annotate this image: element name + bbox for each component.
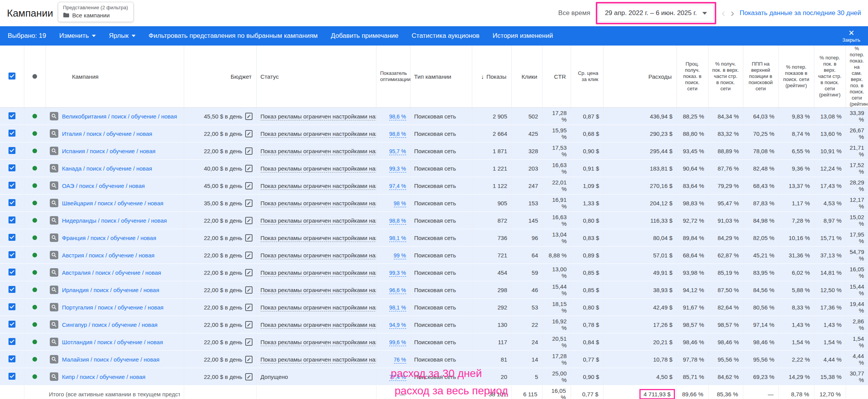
optimization-score-link[interactable]: 98 % [394, 200, 406, 207]
row-checkbox[interactable] [8, 234, 15, 241]
col-header-top-impr-share[interactable]: % получ. пок. в верх. части стр. в поиск… [708, 46, 743, 108]
optimization-score-link[interactable]: 95,7 % [389, 148, 406, 155]
campaign-name-link[interactable]: Сингапур / поиск / обучение / новая [62, 321, 158, 328]
campaign-name-link[interactable]: Канада / поиск / обучение / новая [62, 165, 152, 172]
col-header-cpc[interactable]: Ср. цена за клик [571, 46, 603, 108]
status-text[interactable]: Показ рекламы ограничен настройками назн… [261, 113, 376, 120]
campaign-name-link[interactable]: Кипр / поиск / обучение / новая [62, 374, 146, 380]
edit-budget-icon[interactable] [245, 304, 253, 311]
optimization-score-link[interactable]: 99,3 % [389, 166, 406, 172]
col-header-campaign[interactable]: Кампания [46, 46, 184, 108]
show-last-30-days-link[interactable]: Показать данные за последние 30 дней [739, 9, 861, 17]
optimization-score-link[interactable]: 99,3 % [389, 270, 406, 277]
row-checkbox[interactable] [8, 112, 15, 119]
campaign-name-link[interactable]: Нидерланды / поиск / обучение / новая [62, 217, 167, 224]
col-header-lost-is-rank[interactable]: % потер. показов в поиск. сети (рейтинг) [778, 46, 814, 108]
edit-budget-icon[interactable] [245, 147, 253, 155]
row-checkbox[interactable] [8, 130, 15, 137]
edit-budget-icon[interactable] [245, 338, 253, 346]
optimization-score-link[interactable]: 98,1 % [389, 235, 406, 242]
status-text[interactable]: Показ рекламы ограничен настройками назн… [261, 165, 376, 172]
col-header-status[interactable]: Статус [256, 46, 376, 108]
optimization-score-link[interactable]: 77,4 % [389, 374, 406, 381]
row-checkbox[interactable] [8, 164, 15, 171]
edit-budget-icon[interactable] [245, 373, 253, 380]
row-checkbox[interactable] [8, 321, 15, 328]
edit-budget-icon[interactable] [245, 217, 253, 224]
add-note-button[interactable]: Добавить примечание [331, 32, 398, 40]
status-text[interactable]: Показ рекламы ограничен настройками назн… [261, 269, 376, 277]
edit-budget-icon[interactable] [245, 234, 253, 242]
campaign-name-link[interactable]: Ирландия / поиск / обучение / новая [62, 287, 159, 293]
row-checkbox[interactable] [8, 251, 15, 258]
row-checkbox[interactable] [8, 338, 15, 345]
change-history-button[interactable]: История изменений [493, 32, 553, 40]
edit-menu-button[interactable]: Изменить [59, 32, 96, 40]
edit-budget-icon[interactable] [245, 113, 253, 120]
prev-period-icon[interactable]: ‹ [722, 8, 725, 19]
optimization-score-link[interactable]: 96,6 % [389, 287, 406, 294]
col-header-ctr[interactable]: CTR [542, 46, 571, 108]
optimization-score-link[interactable]: 99,6 % [389, 339, 406, 346]
campaign-name-link[interactable]: Австралия / поиск / обучение / новая [62, 269, 161, 276]
filter-views-button[interactable]: Фильтровать представления по выбранным к… [149, 32, 318, 40]
campaign-name-link[interactable]: Франция / поиск / обучение / новая [62, 235, 156, 241]
campaign-name-link[interactable]: Испания / поиск / обучение / новая [62, 148, 156, 154]
optimization-score-link[interactable]: 94,9 % [389, 322, 406, 329]
row-checkbox[interactable] [8, 286, 15, 293]
col-header-budget[interactable]: Бюджет [184, 46, 256, 108]
status-text[interactable]: Показ рекламы ограничен настройками назн… [261, 339, 376, 346]
status-text[interactable]: Показ рекламы ограничен настройками назн… [261, 148, 376, 155]
optimization-score-link[interactable]: 76 % [394, 357, 406, 363]
optimization-score-link[interactable]: 98,8 % [389, 218, 406, 225]
edit-budget-icon[interactable] [245, 165, 253, 172]
status-text[interactable]: Показ рекламы ограничен настройками назн… [261, 287, 376, 294]
optimization-score-link[interactable]: 98,1 % [389, 304, 406, 311]
auction-insights-button[interactable]: Статистика аукционов [412, 32, 480, 40]
edit-budget-icon[interactable] [245, 269, 253, 276]
status-text[interactable]: Показ рекламы ограничен настройками назн… [261, 183, 376, 190]
select-all-checkbox[interactable] [8, 73, 15, 79]
optimization-score-link[interactable]: 97,4 % [389, 183, 406, 190]
col-header-lost-top-is-rank[interactable]: % потер. пок. в верх. части стр. в поиск… [814, 46, 846, 108]
status-text[interactable]: Показ рекламы ограничен настройками назн… [261, 252, 376, 259]
next-period-icon[interactable]: › [731, 8, 734, 19]
optimization-score-link[interactable]: 98,6 % [389, 113, 406, 120]
campaign-name-link[interactable]: Малайзия / поиск / обучение / новая [62, 356, 159, 363]
edit-budget-icon[interactable] [245, 130, 253, 137]
col-header-opt-score[interactable]: Показатель оптимизации [376, 46, 410, 108]
status-text[interactable]: Показ рекламы ограничен настройками назн… [261, 356, 376, 363]
row-checkbox[interactable] [8, 303, 15, 310]
campaign-name-link[interactable]: ОАЭ / поиск / обучение / новая [62, 183, 145, 189]
row-checkbox[interactable] [8, 355, 15, 362]
status-text[interactable]: Показ рекламы ограничен настройками назн… [261, 217, 376, 225]
optimization-score-link[interactable]: 99 % [394, 252, 406, 259]
optimization-score-link[interactable]: 98,8 % [389, 131, 406, 138]
row-checkbox[interactable] [8, 199, 15, 206]
campaign-name-link[interactable]: Швейцария / поиск / обучение / новая [62, 200, 164, 206]
edit-budget-icon[interactable] [245, 182, 253, 189]
edit-budget-icon[interactable] [245, 286, 253, 294]
col-header-type[interactable]: Тип кампании [410, 46, 472, 108]
campaign-name-link[interactable]: Италия / поиск / обучение / новая [62, 130, 153, 137]
row-checkbox[interactable] [8, 182, 15, 189]
campaign-name-link[interactable]: Португалия / поиск / обучение / новая [62, 304, 164, 311]
date-range-picker[interactable]: 29 апр. 2022 г. – 6 июн. 2025 г. [598, 5, 714, 22]
view-selector[interactable]: Представление (2 фильтра) Все кампании [58, 2, 134, 22]
col-header-abs-top-impr-share[interactable]: ППП на верхней позиции в поисковой сети [743, 46, 778, 108]
edit-budget-icon[interactable] [245, 252, 253, 259]
status-text[interactable]: Показ рекламы ограничен настройками назн… [261, 304, 376, 311]
row-checkbox[interactable] [8, 147, 15, 154]
status-text[interactable]: Показ рекламы ограничен настройками назн… [261, 235, 376, 242]
col-header-clicks[interactable]: Клики [511, 46, 542, 108]
edit-budget-icon[interactable] [245, 356, 253, 363]
col-header-impr-share[interactable]: Проц. получ. показ. в поиск. сети [676, 46, 708, 108]
col-header-impressions[interactable]: ↓ Показы [472, 46, 511, 108]
col-header-lost-abs-top-is-rank[interactable]: % потер. показ. на сам. верх. поз. в пои… [846, 46, 868, 108]
status-text[interactable]: Показ рекламы ограничен настройками назн… [261, 200, 376, 207]
label-menu-button[interactable]: Ярлык [109, 32, 136, 40]
row-checkbox[interactable] [8, 269, 15, 276]
edit-budget-icon[interactable] [245, 321, 253, 328]
close-toolbar-button[interactable]: ✕ Закрыть [843, 29, 860, 43]
row-checkbox[interactable] [8, 373, 15, 380]
